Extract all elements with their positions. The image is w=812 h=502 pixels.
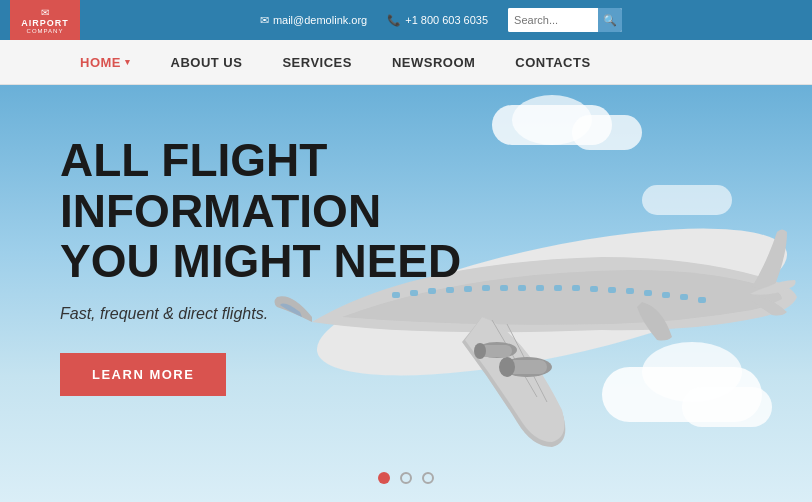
logo[interactable]: ✉ AIRPORT COMPANY xyxy=(10,0,80,40)
svg-point-23 xyxy=(499,357,515,377)
slider-dot-2[interactable] xyxy=(400,472,412,484)
logo-title: AIRPORT xyxy=(21,18,69,28)
svg-rect-8 xyxy=(518,285,526,291)
phone-contact[interactable]: 📞 +1 800 603 6035 xyxy=(387,14,488,27)
slider-dots xyxy=(378,472,434,484)
nav-item-newsroom[interactable]: NEWSROOM xyxy=(372,40,495,85)
hero-section: ALL FLIGHT INFORMATION YOU MIGHT NEED Fa… xyxy=(0,85,812,502)
nav-item-services[interactable]: SERVICES xyxy=(262,40,372,85)
logo-plane-icon: ✉ xyxy=(41,7,49,18)
hero-content: ALL FLIGHT INFORMATION YOU MIGHT NEED Fa… xyxy=(60,135,480,396)
nav-item-about[interactable]: ABOUT US xyxy=(151,40,263,85)
chevron-down-icon: ▾ xyxy=(125,57,131,67)
svg-rect-10 xyxy=(554,285,562,291)
email-contact[interactable]: ✉ mail@demolink.org xyxy=(260,14,367,27)
top-bar-contacts: ✉ mail@demolink.org 📞 +1 800 603 6035 🔍 xyxy=(80,8,802,32)
svg-rect-13 xyxy=(608,287,616,293)
svg-rect-12 xyxy=(590,286,598,292)
svg-rect-9 xyxy=(536,285,544,291)
svg-rect-11 xyxy=(572,285,580,291)
hero-title: ALL FLIGHT INFORMATION YOU MIGHT NEED xyxy=(60,135,480,287)
svg-rect-6 xyxy=(482,285,490,291)
svg-rect-18 xyxy=(698,297,706,303)
svg-rect-15 xyxy=(644,290,652,296)
svg-rect-14 xyxy=(626,288,634,294)
nav-item-contacts[interactable]: CONTACTS xyxy=(495,40,610,85)
phone-number: +1 800 603 6035 xyxy=(405,14,488,26)
slider-dot-1[interactable] xyxy=(378,472,390,484)
email-icon: ✉ xyxy=(260,14,269,27)
slider-dot-3[interactable] xyxy=(422,472,434,484)
phone-icon: 📞 xyxy=(387,14,401,27)
email-address: mail@demolink.org xyxy=(273,14,367,26)
nav-item-home[interactable]: HOME ▾ xyxy=(60,40,151,85)
svg-rect-17 xyxy=(680,294,688,300)
logo-subtitle: COMPANY xyxy=(27,28,64,34)
svg-rect-7 xyxy=(500,285,508,291)
nav-bar: HOME ▾ ABOUT US SERVICES NEWSROOM CONTAC… xyxy=(0,40,812,85)
search-input[interactable] xyxy=(508,8,598,32)
learn-more-button[interactable]: LEARN MORE xyxy=(60,353,226,396)
hero-subtitle: Fast, frequent & direct flights. xyxy=(60,305,480,323)
top-bar: ✉ AIRPORT COMPANY ✉ mail@demolink.org 📞 … xyxy=(0,0,812,40)
svg-rect-16 xyxy=(662,292,670,298)
search-button[interactable]: 🔍 xyxy=(598,8,622,32)
search-box[interactable]: 🔍 xyxy=(508,8,622,32)
